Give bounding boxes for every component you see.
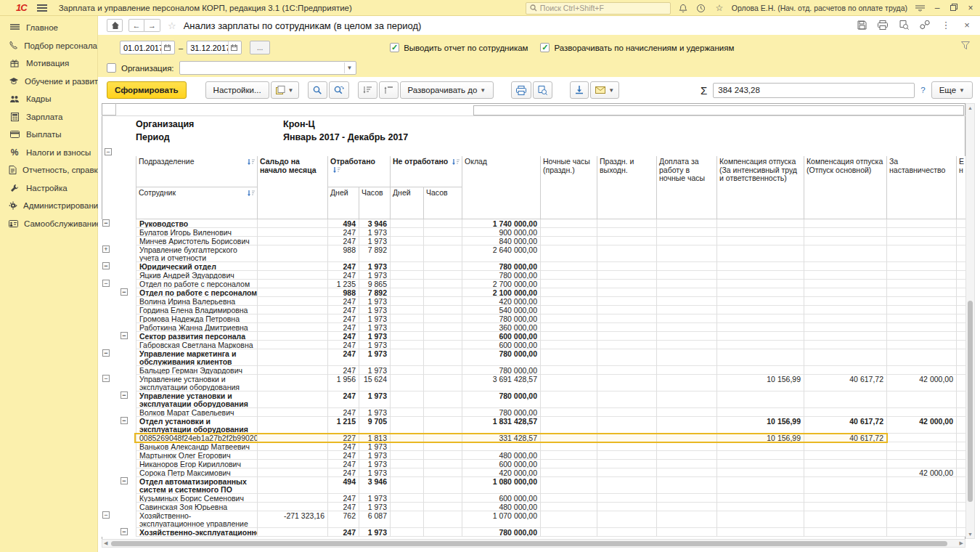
cell-saldo[interactable] — [258, 349, 328, 366]
cell-partial[interactable] — [957, 366, 965, 375]
cell-name[interactable]: Сорока Петр Максимович — [136, 468, 258, 477]
cell-worked_days[interactable]: 1 215 — [328, 417, 359, 434]
cell-night[interactable] — [541, 271, 597, 280]
cell-mentorship[interactable] — [887, 341, 957, 349]
cell-nw_days[interactable] — [391, 314, 424, 323]
col-header-comp-intensive[interactable]: Компенсация отпуска (За интенсивный труд… — [717, 156, 804, 219]
cell-nw_hours[interactable] — [424, 262, 462, 271]
cell-partial[interactable] — [957, 391, 965, 408]
cell-nw_hours[interactable] — [424, 408, 462, 417]
cell-night[interactable] — [541, 366, 597, 375]
group-expander[interactable]: − — [121, 417, 128, 424]
cell-nw_days[interactable] — [391, 323, 424, 332]
cell-nw_days[interactable] — [391, 237, 424, 245]
cell-night[interactable] — [541, 349, 597, 366]
save-icon[interactable] — [856, 19, 867, 31]
cell-name[interactable]: Бальцер Герман Эдуардович — [136, 366, 258, 375]
group-expander[interactable]: − — [121, 528, 128, 535]
cell-nw_hours[interactable] — [424, 306, 462, 314]
cell-worked_days[interactable]: 247 — [328, 332, 359, 341]
cell-worked_days[interactable]: 247 — [328, 297, 359, 306]
cell-holiday[interactable] — [597, 219, 657, 228]
cell-saldo[interactable] — [258, 460, 328, 468]
cell-worked_hours[interactable]: 1 813 — [359, 434, 391, 442]
cell-nw_days[interactable] — [391, 460, 424, 468]
cell-salary[interactable]: 1 831 428,57 — [462, 417, 541, 434]
chevron-down-icon[interactable]: ▼ — [344, 62, 355, 73]
cell-mentorship[interactable] — [887, 503, 957, 511]
cell-name[interactable]: Яцкив Андрей Эдуардович — [136, 271, 258, 280]
cell-saldo[interactable] — [258, 408, 328, 417]
cell-worked_days[interactable]: 227 — [328, 434, 359, 442]
cell-name[interactable]: Булатов Игорь Виленович — [136, 228, 258, 237]
cell-worked_days[interactable]: 247 — [328, 349, 359, 366]
global-search-input[interactable]: Поиск Ctrl+Shift+F — [526, 2, 671, 15]
group-expander-root[interactable]: − — [105, 148, 112, 155]
cell-comp_intensive[interactable] — [717, 528, 804, 537]
group-expander[interactable]: + — [102, 245, 110, 253]
home-button[interactable] — [107, 19, 123, 32]
cell-salary[interactable]: 2 700 000,00 — [462, 280, 541, 288]
cell-partial[interactable] — [957, 323, 965, 332]
cell-nw_hours[interactable] — [424, 349, 462, 366]
cell-worked_hours[interactable]: 1 973 — [359, 306, 391, 314]
cell-mentorship[interactable] — [887, 391, 957, 408]
cell-comp_vacation[interactable] — [804, 306, 887, 314]
cell-comp_intensive[interactable] — [717, 314, 804, 323]
table-row[interactable]: Савинская Зоя Юрьевна2471 973480 000,00 — [102, 503, 965, 511]
cell-nw_days[interactable] — [391, 451, 424, 460]
cell-mentorship[interactable] — [887, 349, 957, 366]
cell-name[interactable]: Громова Надежда Петровна — [136, 314, 258, 323]
cell-holiday[interactable] — [597, 434, 657, 442]
cell-partial[interactable] — [957, 468, 965, 477]
cell-night_extra[interactable] — [657, 271, 717, 280]
cell-saldo[interactable] — [258, 306, 328, 314]
cell-comp_intensive[interactable] — [717, 332, 804, 341]
cell-holiday[interactable] — [597, 297, 657, 306]
cell-nw_hours[interactable] — [424, 460, 462, 468]
cell-worked_days[interactable]: 1 235 — [328, 280, 359, 288]
cell-holiday[interactable] — [597, 417, 657, 434]
cell-comp_intensive[interactable] — [717, 297, 804, 306]
cell-nw_days[interactable] — [391, 288, 424, 297]
cell-worked_days[interactable]: 247 — [328, 503, 359, 511]
cell-night_extra[interactable] — [657, 349, 717, 366]
col-header-worked-hours[interactable]: Часов — [359, 187, 391, 219]
cell-nw_hours[interactable] — [424, 332, 462, 341]
cell-mentorship[interactable] — [887, 262, 957, 271]
filter-funnel-icon[interactable] — [961, 39, 970, 52]
cell-night[interactable] — [541, 408, 597, 417]
cell-night_extra[interactable] — [657, 262, 717, 271]
cell-night_extra[interactable] — [657, 468, 717, 477]
cell-nw_hours[interactable] — [424, 366, 462, 375]
col-header-employee[interactable]: Сотрудник — [136, 187, 258, 219]
cell-worked_hours[interactable]: 1 973 — [359, 271, 391, 280]
cell-name[interactable]: 0085269048f24eb1a27b2f2b9902071c — [136, 434, 258, 442]
cell-night_extra[interactable] — [657, 511, 717, 528]
cell-salary[interactable]: 2 640 000,00 — [462, 245, 541, 262]
col-header-not-worked[interactable]: Не отработано — [391, 156, 462, 187]
cell-salary[interactable]: 480 000,00 — [462, 451, 541, 460]
cell-mentorship[interactable] — [887, 460, 957, 468]
col-header-holiday[interactable]: Праздн. и выходн. — [597, 156, 657, 219]
close-window-button[interactable]: × — [965, 3, 976, 13]
table-row[interactable]: −Юридический отдел2471 973780 000,00 — [102, 262, 965, 271]
cell-comp_vacation[interactable] — [804, 262, 887, 271]
cell-saldo[interactable] — [258, 332, 328, 341]
cell-mentorship[interactable] — [887, 451, 957, 460]
col-header-comp-vacation[interactable]: Компенсация отпуска (Отпуск основной) — [804, 156, 887, 219]
cell-saldo[interactable] — [258, 434, 328, 442]
cell-night_extra[interactable] — [657, 306, 717, 314]
cell-worked_hours[interactable]: 1 973 — [359, 314, 391, 323]
cell-salary[interactable]: 840 000,00 — [462, 237, 541, 245]
table-row[interactable]: −Отдел установки и эксплуатации оборудов… — [102, 417, 965, 434]
cell-partial[interactable] — [957, 494, 965, 503]
cell-name[interactable]: Минчев Аристотель Борисович — [136, 237, 258, 245]
cell-nw_hours[interactable] — [424, 375, 462, 391]
cell-night_extra[interactable] — [657, 280, 717, 288]
cell-holiday[interactable] — [597, 262, 657, 271]
calendar-icon[interactable] — [228, 41, 240, 54]
table-row[interactable]: 0085269048f24eb1a27b2f2b9902071c2271 813… — [102, 434, 965, 442]
favorite-star-icon[interactable]: ☆ — [168, 20, 176, 31]
preview-icon[interactable] — [898, 19, 910, 31]
